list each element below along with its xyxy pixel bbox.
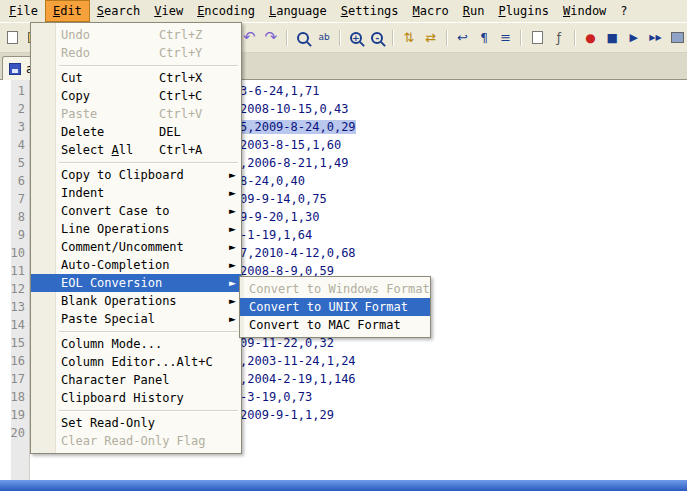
run-macro-multiple-times-icon[interactable]: ▶▶: [646, 28, 666, 48]
menu-item-character-panel-label: Character Panel: [61, 373, 169, 387]
line-number[interactable]: 9: [0, 226, 30, 244]
menubar-item-file[interactable]: File: [2, 0, 45, 22]
document-map-icon[interactable]: [527, 28, 547, 48]
code-text: ,2004-2-19,1,146: [240, 372, 356, 386]
submenu-item-convert-to-windows-format: Convert to Windows Format: [240, 280, 430, 298]
submenu-arrow-icon: ►: [229, 314, 236, 324]
menu-item-paste: PasteCtrl+V: [31, 105, 241, 123]
undo-icon[interactable]: ↶: [239, 28, 259, 48]
word-wrap-icon[interactable]: ↩: [453, 28, 473, 48]
menu-item-auto-completion[interactable]: Auto-Completion►: [31, 256, 241, 274]
edit-menu-dropdown: UndoCtrl+ZRedoCtrl+YCutCtrl+XCopyCtrl+CP…: [30, 22, 242, 454]
line-number[interactable]: 10: [0, 244, 30, 262]
menubar-item-help[interactable]: ?: [613, 0, 634, 22]
menu-item-indent[interactable]: Indent►: [31, 184, 241, 202]
menu-item-line-operations[interactable]: Line Operations►: [31, 220, 241, 238]
record-macro-icon[interactable]: ●: [581, 28, 601, 48]
menubar-item-edit[interactable]: Edit: [45, 0, 90, 22]
menubar-item-view[interactable]: View: [147, 0, 190, 22]
line-number[interactable]: 12: [0, 280, 30, 298]
menu-item-comment-uncomment[interactable]: Comment/Uncomment►: [31, 238, 241, 256]
menu-item-delete-label: Delete: [61, 125, 104, 139]
sync-horizontal-scroll-icon[interactable]: ⇄: [421, 28, 441, 48]
menu-item-column-mode[interactable]: Column Mode...: [31, 335, 241, 353]
menubar-item-macro[interactable]: Macro: [406, 0, 456, 22]
submenu-item-convert-to-unix-format[interactable]: Convert to UNIX Format: [240, 298, 430, 316]
menubar-item-language[interactable]: Language: [262, 0, 334, 22]
submenu-arrow-icon: ►: [229, 296, 236, 306]
menu-item-eol-conversion[interactable]: EOL Conversion►: [31, 274, 241, 292]
show-all-characters-icon[interactable]: ¶: [474, 28, 494, 48]
menubar-item-encoding[interactable]: Encoding: [190, 0, 262, 22]
taskbar-strip[interactable]: [0, 480, 687, 491]
menubar-item-search[interactable]: Search: [90, 0, 147, 22]
menu-item-column-editor[interactable]: Column Editor...Alt+C: [31, 353, 241, 371]
menubar-item-settings[interactable]: Settings: [334, 0, 406, 22]
line-number[interactable]: 3: [0, 118, 30, 136]
zoom-out-icon[interactable]: -: [368, 28, 388, 48]
menu-item-undo: UndoCtrl+Z: [31, 26, 241, 44]
menu-item-clear-read-only-flag: Clear Read-Only Flag: [31, 432, 241, 450]
line-number[interactable]: 4: [0, 136, 30, 154]
menu-item-delete[interactable]: DeleteDEL: [31, 123, 241, 141]
code-text: 3-6-24,1,71: [240, 84, 319, 98]
code-text: 2009-9-1,1,29: [240, 408, 334, 422]
line-number[interactable]: 8: [0, 208, 30, 226]
eol-conversion-submenu: Convert to Windows FormatConvert to UNIX…: [239, 276, 431, 338]
menu-item-eol-conversion-label: EOL Conversion: [61, 276, 162, 290]
undo-icon-glyph: ↶: [243, 30, 256, 45]
menu-item-copy-to-clipboard[interactable]: Copy to Clipboard►: [31, 166, 241, 184]
line-number[interactable]: 5: [0, 154, 30, 172]
function-list-icon[interactable]: ƒ: [549, 28, 569, 48]
line-number[interactable]: 20: [0, 424, 30, 442]
menu-item-convert-case-to[interactable]: Convert Case to►: [31, 202, 241, 220]
menu-item-character-panel[interactable]: Character Panel: [31, 371, 241, 389]
indent-guide-icon[interactable]: ≡: [496, 28, 516, 48]
redo-icon[interactable]: ↷: [261, 28, 281, 48]
toolbar-separator: [286, 30, 288, 46]
menu-item-blank-operations[interactable]: Blank Operations►: [31, 292, 241, 310]
menubar-item-run[interactable]: Run: [456, 0, 492, 22]
menu-item-select-all[interactable]: Select AllCtrl+A: [31, 141, 241, 159]
line-number[interactable]: 11: [0, 262, 30, 280]
line-number[interactable]: 16: [0, 352, 30, 370]
submenu-item-convert-to-windows-format-label: Convert to Windows Format: [249, 282, 430, 296]
line-number[interactable]: 1: [0, 82, 30, 100]
submenu-arrow-icon: ►: [229, 170, 236, 180]
zoom-in-icon[interactable]: +: [346, 28, 366, 48]
find-icon[interactable]: [293, 28, 313, 48]
code-text: 09-11-22,0,32: [240, 336, 334, 350]
menu-separator: [59, 162, 238, 163]
menu-item-cut[interactable]: CutCtrl+X: [31, 69, 241, 87]
menu-item-clipboard-history[interactable]: Clipboard History: [31, 389, 241, 407]
submenu-arrow-icon: ►: [229, 206, 236, 216]
menu-item-paste-special[interactable]: Paste Special►: [31, 310, 241, 328]
menu-shortcut: DEL: [159, 125, 223, 139]
menubar-item-plugins[interactable]: Plugins: [491, 0, 556, 22]
menu-item-set-read-only[interactable]: Set Read-Only: [31, 414, 241, 432]
menu-item-copy[interactable]: CopyCtrl+C: [31, 87, 241, 105]
submenu-arrow-icon: ►: [229, 278, 236, 288]
sync-vertical-scroll-icon[interactable]: ⇅: [399, 28, 419, 48]
code-text: ,2003-11-24,1,24: [240, 354, 356, 368]
menubar-item-window[interactable]: Window: [556, 0, 613, 22]
menu-item-select-all-label: Select All: [61, 143, 133, 157]
line-number[interactable]: 7: [0, 190, 30, 208]
new-file-icon[interactable]: [3, 28, 23, 48]
line-number[interactable]: 13: [0, 298, 30, 316]
line-number[interactable]: 2: [0, 100, 30, 118]
line-number[interactable]: 18: [0, 388, 30, 406]
line-number[interactable]: 14: [0, 316, 30, 334]
indent-guide-icon-glyph: ≡: [500, 31, 511, 44]
line-number[interactable]: 19: [0, 406, 30, 424]
line-number[interactable]: 15: [0, 334, 30, 352]
line-number[interactable]: 17: [0, 370, 30, 388]
stop-recording-icon[interactable]: ■: [602, 28, 622, 48]
playback-macro-icon[interactable]: ▶: [624, 28, 644, 48]
replace-icon[interactable]: ab: [314, 28, 334, 48]
save-recorded-macro-icon[interactable]: [667, 28, 687, 48]
menu-separator: [59, 331, 238, 332]
submenu-item-convert-to-mac-format[interactable]: Convert to MAC Format: [240, 316, 430, 334]
line-number[interactable]: 6: [0, 172, 30, 190]
code-text: -1-19,1,64: [240, 228, 312, 242]
